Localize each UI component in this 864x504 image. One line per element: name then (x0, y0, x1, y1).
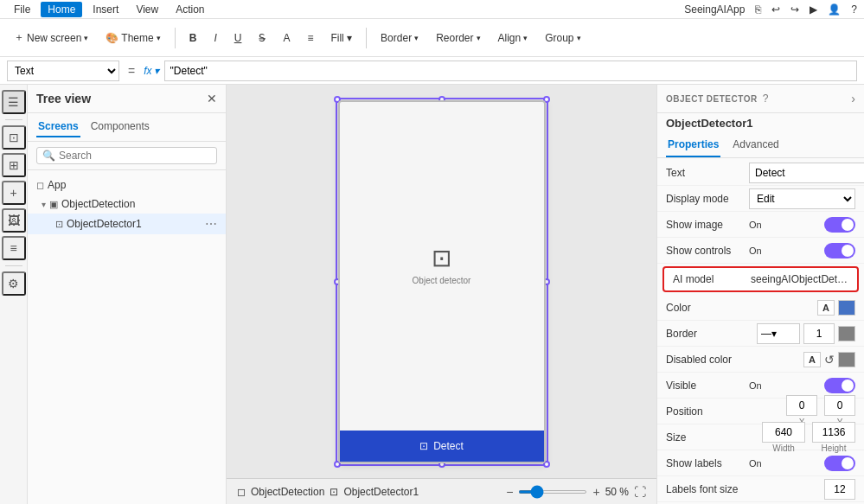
display-mode-select[interactable]: Edit (749, 188, 855, 209)
color-swatch-blue[interactable] (838, 300, 855, 316)
prop-row-display-mode: Display mode Edit (657, 186, 864, 212)
phone-frame[interactable]: ⊡ Object detector ⊡ Detect (338, 100, 546, 463)
color-swatch-a[interactable]: A (817, 300, 835, 316)
strikethrough-button[interactable]: S̶ (252, 29, 272, 48)
prop-row-labels-font-size: Labels font size (657, 476, 864, 502)
sidebar-title: Tree view (36, 92, 91, 105)
underline-button[interactable]: U (227, 29, 249, 48)
property-selector[interactable]: Text (7, 61, 119, 81)
disabled-color-swatch-gray[interactable] (838, 352, 855, 367)
size-height-input[interactable] (812, 422, 855, 443)
zoom-minus-button[interactable]: − (506, 485, 513, 499)
media-button[interactable]: 🖼 (2, 208, 26, 233)
show-labels-on-label: On (749, 458, 762, 469)
new-screen-icon: ＋ (14, 30, 24, 45)
prop-row-ai-model[interactable]: AI model seeingAIObjectDetect (2... (662, 266, 859, 292)
display-mode-value: Edit (749, 188, 855, 209)
settings-button[interactable]: ⚙ (2, 271, 26, 296)
search-input[interactable] (59, 150, 211, 162)
tab-screens[interactable]: Screens (36, 117, 80, 137)
tree-item-objectdetection[interactable]: ▾ ▣ ObjectDetection (28, 195, 226, 214)
component-label-bottom: ObjectDetector1 (343, 486, 419, 498)
sidebar-header: Tree view ✕ (28, 85, 226, 113)
labels-font-size-input[interactable] (824, 479, 855, 500)
show-controls-toggle[interactable] (824, 243, 855, 258)
align-menu-button[interactable]: Align ▾ (491, 29, 535, 48)
menu-action[interactable]: Action (169, 2, 211, 17)
text-input[interactable] (749, 163, 864, 183)
show-labels-toggle[interactable] (824, 456, 855, 471)
border-button[interactable]: Border ▾ (374, 29, 426, 48)
bold-button[interactable]: B (182, 29, 204, 48)
menu-insert[interactable]: Insert (86, 2, 125, 17)
tab-components[interactable]: Components (89, 117, 151, 137)
components-button[interactable]: ⊡ (2, 125, 26, 150)
help-icon[interactable]: ? (851, 3, 857, 16)
theme-button[interactable]: 🎨 Theme ▾ (99, 29, 167, 48)
size-width-input[interactable] (762, 422, 805, 443)
menu-file[interactable]: File (7, 2, 37, 17)
zoom-slider[interactable] (518, 490, 587, 494)
sidebar-close-button[interactable]: ✕ (207, 92, 217, 105)
play-icon[interactable]: ▶ (810, 3, 817, 16)
undo-icon[interactable]: ↩ (771, 3, 780, 16)
color-label: Color (666, 302, 744, 314)
tab-advanced[interactable]: Advanced (731, 133, 780, 157)
variables-button[interactable]: ≡ (2, 236, 26, 260)
canvas-content[interactable]: ⊡ Object detector ⊡ Detect (227, 85, 656, 478)
detector-label: Object detector (413, 276, 471, 285)
border-width-input[interactable] (803, 323, 835, 344)
position-x-input[interactable] (786, 395, 817, 416)
align-button[interactable]: ≡ (300, 29, 320, 48)
equals-sign: = (125, 64, 138, 78)
screen-icon: ▣ (49, 199, 58, 210)
tree-label-screen: ObjectDetection (61, 198, 135, 210)
border-style-select[interactable]: —▾ (757, 323, 800, 344)
disabled-color-reset[interactable]: ↺ (824, 353, 835, 367)
panel-expand-button[interactable]: › (851, 92, 855, 105)
new-screen-button[interactable]: ＋ New screen ▾ (7, 27, 95, 48)
show-labels-value: On (749, 456, 855, 471)
border-color-swatch[interactable] (838, 326, 855, 341)
panel-header: OBJECT DETECTOR ? › (657, 85, 864, 113)
text-value (749, 163, 864, 183)
show-image-toggle[interactable] (824, 217, 855, 233)
panel-help-icon[interactable]: ? (763, 93, 769, 105)
prop-row-border: Border —▾ (657, 321, 864, 347)
fx-button[interactable]: fx ▾ (144, 65, 158, 77)
group-button[interactable]: Group ▾ (538, 29, 587, 48)
selected-component-wrapper: ⊡ Object detector ⊡ Detect (338, 100, 546, 463)
zoom-value: 50 % (605, 486, 629, 498)
menu-home[interactable]: Home (41, 2, 82, 17)
detector-icon: ⊡ (432, 244, 451, 272)
redo-icon[interactable]: ↪ (790, 3, 799, 16)
add-button[interactable]: + (2, 181, 26, 205)
fill-button[interactable]: Fill ▾ (323, 29, 359, 48)
font-color-button[interactable]: A (276, 29, 297, 48)
zoom-plus-button[interactable]: + (592, 485, 599, 499)
tab-properties[interactable]: Properties (666, 133, 720, 157)
tree-item-objectdetector1[interactable]: ⊡ ObjectDetector1 ⋯ (28, 214, 226, 234)
prop-row-show-controls: Show controls On (657, 238, 864, 264)
tree-view-button[interactable]: ☰ (2, 90, 26, 114)
app-icon: ◻ (36, 180, 44, 191)
detect-button[interactable]: ⊡ Detect (340, 431, 544, 462)
prop-row-text: Text (657, 160, 864, 186)
share-icon[interactable]: ⎘ (755, 3, 761, 16)
more-options-icon[interactable]: ⋯ (205, 217, 217, 231)
data-button[interactable]: ⊞ (2, 153, 26, 177)
position-y-input[interactable] (824, 395, 855, 416)
tree-item-app[interactable]: ◻ App (28, 175, 226, 195)
expand-icon: ▾ (42, 200, 46, 209)
disabled-color-swatch-a[interactable]: A (803, 352, 821, 367)
reorder-button[interactable]: Reorder ▾ (429, 29, 487, 48)
position-label: Position (666, 405, 744, 418)
user-icon[interactable]: 👤 (828, 3, 841, 16)
detector-area: ⊡ Object detector (340, 102, 544, 427)
menu-view[interactable]: View (129, 2, 165, 17)
visible-toggle[interactable] (824, 378, 855, 393)
theme-icon: 🎨 (106, 32, 118, 44)
formula-input[interactable] (164, 61, 857, 81)
fullscreen-button[interactable]: ⛶ (634, 485, 646, 499)
italic-button[interactable]: I (207, 29, 223, 48)
